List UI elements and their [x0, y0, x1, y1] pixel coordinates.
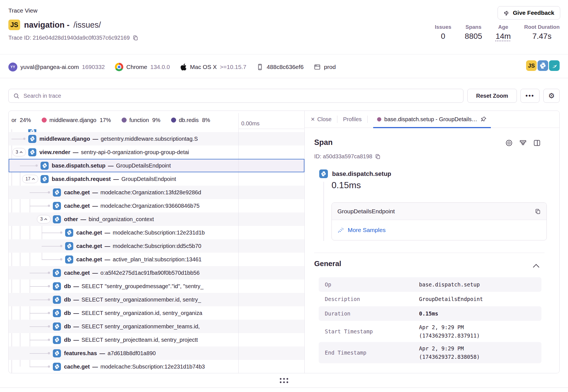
trace-span-row[interactable]: 17base.dispatch.request—GroupDetailsEndp…	[9, 172, 304, 186]
collapse-count-badge[interactable]: 3	[37, 215, 51, 223]
tree-connector-dot	[48, 352, 50, 354]
general-value: Apr 2, 9:29 PM(1743629372.838058)	[419, 344, 480, 361]
tree-connector-line	[11, 139, 24, 139]
trace-span-row[interactable]: cache.get—active_plan_trial:subscription…	[9, 253, 304, 266]
trace-waterfall-container: or24%middleware.django17%function9%db.re…	[8, 111, 560, 373]
trace-span-row[interactable]: cache.get—modelcache:Organization:13fd28…	[9, 186, 304, 199]
stat-spans: Spans8805	[465, 24, 482, 41]
collapse-count-badge[interactable]: 17	[22, 175, 38, 183]
copy-icon[interactable]	[535, 208, 541, 214]
trace-span-row[interactable]: db—SELECT sentry_organizationmember.id, …	[9, 293, 304, 306]
trace-span-row-content: cache.get—modelcache:Subscription:dd5c5b…	[9, 239, 238, 253]
tree-connector-line	[42, 259, 61, 260]
browser-meta: Chrome 134.0.0	[115, 63, 170, 71]
apple-icon	[180, 63, 187, 71]
span-row-label: features.has—a7d618b8df01a890	[64, 346, 156, 360]
trace-span-row-content: 3view.render—sentry-api-0-organization-g…	[9, 145, 238, 159]
split-panel-icon[interactable]	[533, 139, 541, 147]
flamegraph-icon[interactable]	[519, 139, 527, 147]
stat-label: Issues	[435, 24, 451, 30]
focus-span-icon[interactable]	[505, 139, 513, 147]
python-icon	[53, 322, 61, 331]
trace-span-row[interactable]: 3view.render—sentry-api-0-organization-g…	[9, 145, 304, 159]
more-samples-link[interactable]: More Samples	[348, 227, 385, 233]
stat-issues: Issues0	[435, 24, 451, 41]
trace-span-row[interactable]: features.has—a7d618b8df01a890	[9, 346, 304, 360]
give-feedback-button[interactable]: Give Feedback	[498, 6, 560, 20]
search-box[interactable]	[8, 89, 463, 103]
trace-span-row-content: db—SELECT sentry_organization.id, sentry…	[9, 306, 238, 320]
span-row-label: cache.get—active_plan_trial:subscription…	[76, 253, 202, 266]
legend-pct: 17%	[100, 117, 111, 123]
python-icon	[319, 169, 328, 178]
python-icon	[65, 242, 73, 250]
span-row-label: db—SELECT "sentry_groupedmessage"."id", …	[64, 279, 203, 293]
megaphone-icon	[503, 9, 510, 16]
trace-rows: middleware.django—getsentry.middleware.s…	[9, 129, 304, 373]
span-row-label: middleware.django—getsentry.middleware.s…	[39, 132, 198, 145]
trace-span-row[interactable]: cache.get—o:a5f42e275d1ac91fba90f0b570d1…	[9, 266, 304, 279]
trace-span-row-content: db—SELECT sentry_projectteam.id, sentry_…	[9, 333, 238, 346]
trace-span-row-content: db—SELECT sentry_organizationmember_team…	[9, 320, 238, 333]
trace-span-row[interactable]: db—SELECT sentry_organization.id, sentry…	[9, 306, 304, 320]
browser-version: 134.0.0	[150, 64, 170, 70]
stat-value[interactable]: 14m	[496, 32, 511, 41]
close-drawer-button[interactable]: × Close	[311, 116, 332, 123]
window-icon	[314, 63, 321, 71]
trace-stats: Issues0Spans8805Age14mRoot Duration7.47s	[435, 24, 560, 41]
copy-icon[interactable]	[132, 35, 138, 41]
general-key: Duration	[325, 310, 419, 317]
tab-divider	[337, 116, 337, 123]
trace-span-row[interactable]	[9, 129, 304, 132]
tree-connector-line	[30, 273, 48, 273]
settings-button[interactable]: ⚙	[543, 89, 560, 103]
timeline-tick-label: 0.00ms	[241, 120, 260, 127]
badge-zone: 3	[9, 145, 26, 159]
trace-span-row-content: 17base.dispatch.request—GroupDetailsEndp…	[9, 172, 238, 186]
badge-zone: 3	[9, 212, 51, 226]
python-icon	[65, 255, 73, 264]
trace-span-row[interactable]: middleware.django—getsentry.middleware.s…	[9, 132, 304, 145]
tree-connector-line	[30, 353, 48, 354]
tab-span-details[interactable]: base.dispatch.setup - GroupDetails…	[373, 111, 491, 128]
drag-handle-icon[interactable]	[280, 378, 288, 383]
general-value: 0.15ms	[419, 309, 438, 318]
more-options-button[interactable]: •••	[520, 89, 539, 103]
gear-icon: ⚙	[548, 92, 555, 100]
collapse-count-badge[interactable]: 3	[12, 148, 26, 156]
stat-age: Age14m	[496, 24, 511, 41]
trace-span-row-content: cache.get—modelcache:Organization:936608…	[9, 199, 238, 212]
trace-span-row[interactable]: cache.get—modelcache:Organization:936608…	[9, 199, 304, 212]
span-description-title: GroupDetailsEndpoint	[337, 208, 395, 215]
search-input[interactable]	[23, 92, 459, 99]
trace-span-row[interactable]: db—SELECT "sentry_groupedmessage"."id", …	[9, 279, 304, 293]
legend-item-function: function9%	[122, 117, 160, 123]
copy-icon[interactable]	[375, 154, 381, 159]
trace-span-row[interactable]: cache.get—modelcache:Subscription:12e231…	[9, 360, 304, 373]
trace-span-row[interactable]: db—SELECT sentry_projectteam.id, sentry_…	[9, 333, 304, 346]
tree-connector-dot	[60, 258, 62, 260]
legend-dot-icon	[171, 118, 176, 123]
chevron-up-icon[interactable]	[533, 264, 539, 271]
span-row-label: db—SELECT sentry_organizationmember_team…	[64, 320, 200, 333]
tree-connector-dot	[48, 191, 50, 193]
trace-span-row-content: middleware.django—getsentry.middleware.s…	[9, 132, 238, 145]
general-key: Description	[325, 296, 419, 302]
tree-connector-dot	[36, 164, 38, 167]
chevron-up-icon	[44, 218, 47, 220]
trace-span-row[interactable]: cache.get—modelcache:Subscription:12e231…	[9, 226, 304, 239]
span-row-label: db—SELECT sentry_organization.id, sentry…	[64, 306, 202, 320]
trace-span-row[interactable]: 3other—bind_organization_context	[9, 212, 304, 226]
tree-connector-dot	[48, 325, 50, 328]
pin-icon[interactable]	[480, 116, 487, 123]
tab-profiles[interactable]: Profiles	[343, 116, 362, 123]
legend-item-middleware-django: middleware.django17%	[42, 117, 111, 123]
trace-span-row[interactable]: db—SELECT sentry_organizationmember_team…	[9, 320, 304, 333]
general-value: Apr 2, 9:29 PM(1743629372.837911)	[419, 323, 480, 340]
trace-span-row-content: db—SELECT sentry_organizationmember.id, …	[9, 293, 238, 306]
reset-zoom-button[interactable]: Reset Zoom	[467, 89, 517, 103]
trace-span-row[interactable]: base.dispatch.setup—GroupDetailsEndpoint	[9, 159, 304, 172]
python-icon	[53, 336, 61, 344]
trace-span-row[interactable]: cache.get—modelcache:Subscription:dd5c5b…	[9, 239, 304, 253]
chrome-icon	[115, 63, 123, 71]
